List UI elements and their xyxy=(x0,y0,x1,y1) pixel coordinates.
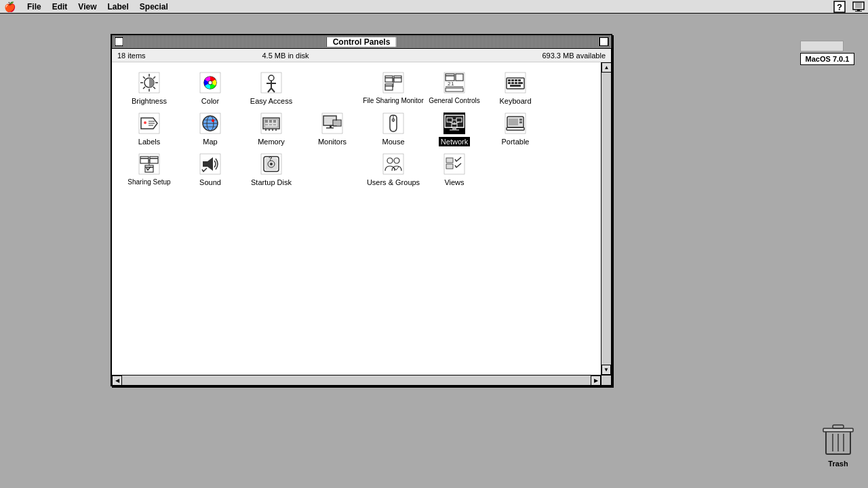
svg-rect-106 xyxy=(509,119,518,125)
file-sharing-label: File Sharing Monitor xyxy=(361,96,425,105)
help-icon[interactable]: ? xyxy=(833,1,846,13)
trash-icon-container[interactable]: Trash xyxy=(822,422,854,468)
svg-text:?: ? xyxy=(837,2,842,12)
svg-rect-115 xyxy=(145,167,153,168)
menu-special[interactable]: Special xyxy=(134,1,174,12)
menu-edit[interactable]: Edit xyxy=(47,1,73,12)
map-label: Map xyxy=(201,137,219,146)
svg-rect-50 xyxy=(508,82,511,84)
network-label: Network xyxy=(439,137,470,146)
menu-view[interactable]: View xyxy=(73,1,102,12)
svg-rect-137 xyxy=(833,425,844,428)
icon-general-controls[interactable]: 2 1 General Controls xyxy=(424,69,485,107)
svg-rect-107 xyxy=(519,119,522,121)
svg-rect-101 xyxy=(450,129,459,131)
labels-label: Labels xyxy=(136,137,162,146)
svg-rect-86 xyxy=(334,121,340,125)
color-label: Color xyxy=(199,96,221,106)
svg-rect-83 xyxy=(330,125,332,127)
window-close-button[interactable] xyxy=(115,37,123,46)
icon-sound[interactable]: Sound xyxy=(180,150,241,188)
svg-rect-74 xyxy=(269,124,272,125)
vertical-scrollbar[interactable]: ▲ ▼ xyxy=(601,62,611,375)
icon-file-sharing[interactable]: File Sharing Monitor xyxy=(363,69,424,107)
startup-disk-label: Startup Disk xyxy=(249,178,294,187)
general-controls-label: General Controls xyxy=(427,96,482,105)
svg-rect-31 xyxy=(385,85,393,87)
svg-rect-56 xyxy=(144,121,146,124)
startup-disk-icon: ? xyxy=(260,153,282,175)
window-titlebar[interactable]: Control Panels xyxy=(112,35,611,49)
icon-brightness[interactable]: Brightness xyxy=(119,69,180,107)
views-icon xyxy=(443,153,465,175)
monitor-icon[interactable] xyxy=(852,1,865,13)
icon-startup-disk[interactable]: ? Startup Disk xyxy=(241,150,302,188)
svg-rect-53 xyxy=(518,82,523,84)
svg-rect-113 xyxy=(150,158,158,159)
icon-mouse[interactable]: Mouse xyxy=(363,110,424,148)
sharing-setup-label: Sharing Setup xyxy=(125,178,172,186)
scroll-left-arrow[interactable]: ◀ xyxy=(112,375,122,386)
svg-rect-111 xyxy=(140,158,149,159)
icon-keyboard[interactable]: Keyboard xyxy=(485,69,546,107)
svg-point-18 xyxy=(208,81,212,85)
icon-easy-access[interactable]: Easy Access xyxy=(241,69,302,107)
scrollbar-corner xyxy=(601,375,611,385)
svg-text:1: 1 xyxy=(451,81,454,87)
svg-rect-131 xyxy=(446,164,453,169)
icon-grid: Brightness Color xyxy=(112,62,611,371)
icon-network[interactable]: Network xyxy=(424,110,485,148)
memory-label: Memory xyxy=(256,137,287,146)
svg-rect-52 xyxy=(515,82,517,84)
svg-rect-48 xyxy=(515,79,517,81)
svg-rect-70 xyxy=(265,120,268,123)
mouse-icon xyxy=(382,113,404,134)
scroll-up-arrow[interactable]: ▲ xyxy=(601,62,612,73)
scroll-right-arrow[interactable]: ▶ xyxy=(591,375,601,386)
desktop: MacOS 7.0.1 Control Panels 18 items 4.5 … xyxy=(0,14,868,488)
icon-sharing-setup[interactable]: Sharing Setup xyxy=(119,150,180,188)
icon-users-groups[interactable]: Users & Groups xyxy=(363,150,424,188)
brightness-label: Brightness xyxy=(130,96,169,106)
svg-rect-51 xyxy=(511,82,514,84)
menubar-right: ? xyxy=(833,1,865,13)
icon-memory[interactable]: Memory xyxy=(241,110,302,148)
sound-label: Sound xyxy=(197,178,223,187)
keyboard-label: Keyboard xyxy=(497,96,533,106)
easy-access-icon xyxy=(260,72,282,94)
horizontal-scrollbar[interactable]: ◀ ▶ xyxy=(112,375,601,385)
icon-labels[interactable]: Labels xyxy=(119,110,180,148)
window-zoom-button[interactable] xyxy=(599,37,608,46)
icon-monitors[interactable]: Monitors xyxy=(302,110,363,148)
icon-portable[interactable]: Portable xyxy=(485,110,546,148)
disk-available: 693.3 MB available xyxy=(542,52,606,60)
control-panels-window: Control Panels 18 items 4.5 MB in disk 6… xyxy=(111,34,612,386)
scroll-down-arrow[interactable]: ▼ xyxy=(601,365,611,375)
svg-rect-46 xyxy=(508,79,511,81)
svg-rect-130 xyxy=(446,158,453,163)
easy-access-label: Easy Access xyxy=(248,96,294,106)
menu-file[interactable]: File xyxy=(22,1,47,12)
svg-rect-4 xyxy=(857,9,860,11)
color-icon xyxy=(199,72,221,94)
trash-label: Trash xyxy=(828,460,848,468)
sound-icon xyxy=(199,153,221,175)
map-icon xyxy=(199,113,221,134)
icon-spacer xyxy=(302,69,363,110)
svg-rect-119 xyxy=(203,161,208,167)
icon-color[interactable]: Color xyxy=(180,69,241,107)
svg-rect-38 xyxy=(446,75,454,77)
portable-icon xyxy=(505,113,526,134)
menu-label[interactable]: Label xyxy=(102,1,134,12)
portable-label: Portable xyxy=(500,137,532,146)
svg-rect-75 xyxy=(273,124,276,125)
svg-rect-29 xyxy=(394,77,401,79)
apple-menu[interactable]: 🍎 xyxy=(3,1,16,13)
file-sharing-icon xyxy=(382,72,404,94)
icon-map[interactable]: Map xyxy=(180,110,241,148)
svg-rect-49 xyxy=(518,79,521,81)
svg-point-66 xyxy=(212,119,214,122)
icon-views[interactable]: Views xyxy=(424,150,485,188)
sharing-setup-icon xyxy=(138,153,160,175)
mouse-label: Mouse xyxy=(380,137,406,146)
